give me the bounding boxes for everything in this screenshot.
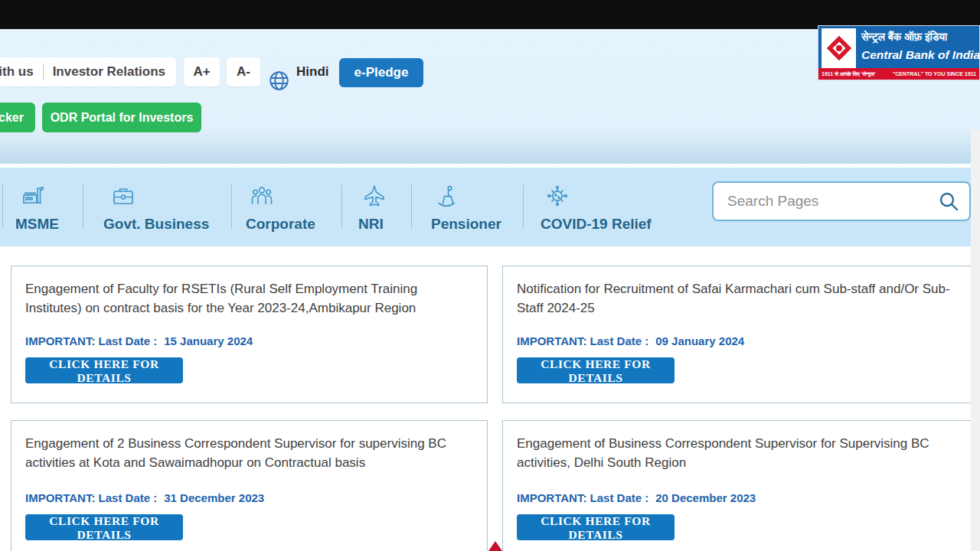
quicklinks-divider (43, 64, 44, 80)
people-icon (248, 182, 276, 210)
nav-item-nri[interactable]: NRI (358, 168, 389, 246)
last-date-value: 15 January 2024 (164, 334, 253, 347)
click-here-for-details-button[interactable]: CLICK HERE FOR DETAILS (25, 357, 183, 383)
locker-button[interactable]: ocker (0, 103, 35, 132)
odr-portal-button[interactable]: ODR Portal for Investors (42, 103, 201, 132)
search-input[interactable] (714, 193, 937, 210)
bank-tagline: 1911 से आपके लिए 'सेन्ट्रल' "CENTRAL" TO… (818, 68, 979, 80)
notice-title: Engagement of Business Correspondent Sup… (517, 435, 962, 472)
last-date-value: 09 January 2024 (655, 334, 744, 347)
font-increase-button[interactable]: A+ (184, 57, 220, 86)
click-here-for-details-button[interactable]: CLICK HERE FOR DETAILS (517, 357, 675, 383)
bank-tagline-english: "CENTRAL" TO YOU SINCE 1911 (893, 71, 976, 77)
nav-divider (411, 184, 412, 229)
nav-item-corporate[interactable]: Corporate (246, 168, 322, 246)
globe-icon (269, 70, 289, 91)
nav-item-covid-relief[interactable]: COVID-19 Relief (541, 168, 655, 246)
last-date-value: 31 December 2023 (164, 491, 264, 504)
e-pledge-button[interactable]: e-Pledge (339, 58, 423, 87)
nav-label: Pensioner (431, 216, 501, 233)
header-quicklinks: r with us Investor Relations (0, 57, 176, 86)
notice-title: Engagement of Faculty for RSETIs (Rural … (25, 280, 472, 318)
virus-icon (544, 182, 571, 210)
nav-divider (2, 184, 3, 229)
bank-tagline-hindi: 1911 से आपके लिए 'सेन्ट्रल' (822, 71, 876, 77)
partner-with-us-link[interactable]: r with us (0, 64, 34, 80)
click-here-for-details-button[interactable]: CLICK HERE FOR DETAILS (25, 514, 183, 540)
important-label: IMPORTANT: Last Date : (517, 334, 648, 347)
nav-label: COVID-19 Relief (541, 216, 652, 233)
bank-name-english: Central Bank of India (861, 48, 980, 62)
notice-card: Notification for Recruitment of Safai Ka… (502, 266, 978, 403)
notice-last-date: IMPORTANT: Last Date :15 January 2024 (25, 334, 253, 347)
nav-label: MSME (15, 216, 59, 233)
nav-divider (231, 184, 232, 229)
nav-divider (523, 184, 524, 229)
important-label: IMPORTANT: Last Date : (25, 491, 157, 504)
investor-relations-link[interactable]: Investor Relations (53, 64, 165, 80)
briefcase-icon (109, 182, 137, 210)
important-label: IMPORTANT: Last Date : (25, 334, 157, 347)
bank-logo[interactable]: सेन्ट्रल बैंक ऑफ़ इंडिया Central Bank of… (818, 25, 980, 80)
notice-card: Engagement of 2 Business Correspondent S… (11, 420, 488, 551)
category-navbar: MSME Govt. Business Corporate (0, 168, 980, 246)
notice-last-date: IMPORTANT: Last Date :20 December 2023 (517, 491, 756, 504)
notice-card: Engagement of Business Correspondent Sup… (502, 420, 978, 551)
search-icon[interactable] (937, 190, 960, 213)
font-decrease-button[interactable]: A- (227, 57, 260, 86)
bank-name-hindi: सेन्ट्रल बैंक ऑफ़ इंडिया (861, 31, 978, 44)
notice-title: Notification for Recruitment of Safai Ka… (517, 280, 962, 318)
bank-emblem-icon (822, 28, 856, 68)
nav-label: Govt. Business (103, 216, 209, 233)
nav-item-pensioner[interactable]: Pensioner (431, 168, 500, 246)
rocking-chair-icon (433, 182, 460, 210)
nav-label: Corporate (246, 216, 315, 233)
factory-icon (19, 182, 47, 210)
notice-last-date: IMPORTANT: Last Date :31 December 2023 (25, 491, 264, 504)
last-date-value: 20 December 2023 (655, 491, 756, 504)
nav-divider (83, 184, 83, 229)
click-here-for-details-button[interactable]: CLICK HERE FOR DETAILS (517, 514, 675, 540)
language-toggle-hindi[interactable]: Hindi (296, 64, 329, 80)
notice-card: Engagement of Faculty for RSETIs (Rural … (11, 266, 488, 403)
important-label: IMPORTANT: Last Date : (517, 491, 648, 504)
search-box (712, 181, 971, 221)
nav-item-govt-business[interactable]: Govt. Business (103, 168, 214, 246)
nav-item-msme[interactable]: MSME (15, 168, 80, 246)
scroll-to-top-arrow-icon[interactable] (488, 541, 502, 551)
scrollbar-track[interactable] (971, 130, 980, 551)
notice-title: Engagement of 2 Business Correspondent S… (25, 435, 472, 472)
notice-last-date: IMPORTANT: Last Date :09 January 2024 (517, 334, 744, 347)
nav-divider (341, 184, 342, 229)
nav-label: NRI (358, 216, 384, 233)
airplane-icon (361, 182, 388, 210)
